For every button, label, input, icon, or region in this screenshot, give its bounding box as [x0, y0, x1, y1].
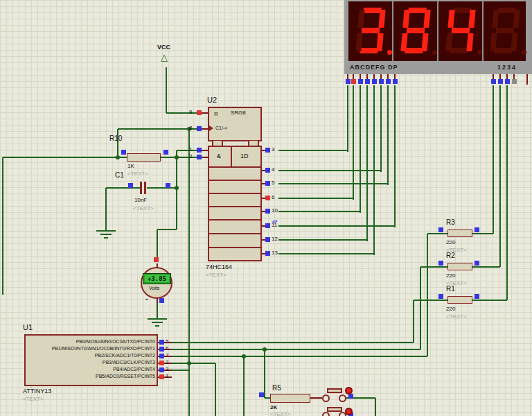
u2-control-box[interactable]: R SRG8 C1/-> — [208, 107, 262, 141]
capacitor-c1-plate[interactable] — [140, 182, 142, 194]
wire[interactable] — [106, 187, 141, 189]
u2-part-label[interactable]: 74HC164 — [206, 263, 232, 270]
wire[interactable] — [172, 363, 215, 364]
u2-and-gate-label: & — [217, 153, 221, 159]
wire[interactable] — [427, 233, 447, 234]
r10-ref-label[interactable]: R10 — [109, 135, 122, 142]
wire[interactable] — [157, 229, 177, 230]
wire[interactable] — [427, 234, 428, 356]
wire[interactable] — [278, 225, 395, 227]
vcc-label[interactable]: VCC — [157, 44, 170, 51]
wire[interactable] — [278, 150, 348, 151]
r5-ref-label[interactable]: R5 — [272, 384, 281, 392]
wire[interactable] — [157, 303, 158, 318]
push-button-actuator[interactable] — [327, 407, 342, 412]
wire[interactable] — [499, 85, 501, 267]
wire[interactable] — [278, 183, 388, 184]
push-button-terminal[interactable] — [322, 395, 330, 402]
ground-icon[interactable] — [148, 318, 167, 320]
wire[interactable] — [380, 85, 382, 172]
wire[interactable] — [264, 349, 265, 398]
wire[interactable] — [413, 300, 414, 343]
wire[interactable] — [394, 85, 396, 227]
r2-value-label[interactable]: 220 — [446, 272, 455, 279]
wire[interactable] — [172, 356, 427, 357]
wire[interactable] — [105, 188, 107, 230]
wire[interactable] — [360, 85, 361, 213]
wire[interactable] — [172, 342, 414, 343]
resistor-r2[interactable] — [447, 263, 472, 270]
u2-stage-stack[interactable]: & 1D — [208, 146, 262, 261]
resistor-r3[interactable] — [447, 229, 472, 237]
wire[interactable] — [278, 170, 381, 171]
wire[interactable] — [215, 363, 216, 416]
wire[interactable] — [353, 85, 354, 200]
u2-ref-label[interactable]: U2 — [207, 96, 217, 104]
r5-text-placeholder[interactable]: <TEXT> — [270, 411, 291, 416]
wire[interactable] — [472, 266, 500, 268]
wire[interactable] — [278, 253, 374, 254]
wire[interactable] — [387, 85, 389, 185]
wire[interactable] — [265, 397, 270, 399]
wire[interactable] — [506, 85, 508, 300]
u1-part-label[interactable]: ATTINY13 — [23, 388, 51, 395]
r5-value-label[interactable]: 2K — [270, 404, 277, 410]
c1-ref-label[interactable]: C1 — [115, 171, 124, 179]
wire[interactable] — [147, 187, 177, 189]
wire[interactable] — [472, 233, 493, 234]
r1-ref-label[interactable]: R1 — [446, 285, 455, 293]
wire[interactable] — [278, 239, 367, 241]
wire[interactable] — [493, 85, 494, 234]
wire[interactable] — [117, 129, 118, 158]
c1-text-placeholder[interactable]: <TEXT> — [133, 205, 154, 211]
voltmeter-unit-label: Volts — [149, 286, 159, 291]
wire[interactable] — [373, 85, 375, 255]
wire[interactable] — [176, 157, 177, 229]
r2-ref-label[interactable]: R2 — [446, 252, 455, 259]
r1-value-label[interactable]: 220 — [446, 306, 455, 312]
u2-pin-number: 5 — [272, 180, 274, 186]
u1-ref-label[interactable]: U1 — [23, 323, 33, 331]
r10-text-placeholder[interactable]: <TEXT> — [127, 171, 148, 177]
u1-text-placeholder[interactable]: <TEXT> — [23, 396, 44, 402]
wire[interactable] — [347, 85, 348, 152]
r3-value-label[interactable]: 220 — [446, 239, 455, 245]
wire[interactable] — [172, 370, 190, 371]
wire[interactable] — [172, 349, 420, 350]
push-button-terminal[interactable] — [339, 395, 346, 402]
pin-state-indicator — [159, 340, 164, 345]
capacitor-c1-plate[interactable] — [144, 182, 146, 194]
wire[interactable] — [188, 129, 190, 416]
wire[interactable] — [243, 356, 245, 416]
resistor-r1[interactable] — [447, 296, 472, 304]
ground-icon[interactable] — [96, 230, 116, 232]
wire[interactable] — [472, 300, 507, 301]
wire[interactable] — [278, 211, 360, 212]
wire[interactable] — [161, 157, 201, 158]
segment-a — [497, 8, 516, 13]
button-state-indicator-icon[interactable] — [345, 387, 353, 395]
r1-text-placeholder[interactable]: <TEXT> — [446, 313, 467, 320]
r3-ref-label[interactable]: R3 — [446, 218, 455, 226]
wire[interactable] — [414, 300, 447, 301]
c1-value-label[interactable]: 10nF — [134, 197, 147, 203]
u2-text-placeholder[interactable]: <TEXT> — [206, 272, 227, 278]
r10-value-label[interactable]: 1K — [127, 163, 134, 169]
wire[interactable] — [3, 157, 127, 158]
vcc-power-icon[interactable]: △ — [161, 53, 168, 62]
resistor-r5[interactable] — [270, 394, 310, 403]
wire[interactable] — [420, 266, 447, 268]
resistor-r10[interactable] — [127, 153, 161, 162]
seven-segment-display[interactable]: ABCDEFG DP 1234 — [344, 0, 532, 74]
wire[interactable] — [2, 157, 3, 295]
wire[interactable] — [375, 398, 376, 416]
wire[interactable] — [420, 267, 421, 349]
wire[interactable] — [366, 85, 368, 241]
push-button-terminal[interactable] — [322, 412, 330, 416]
wire[interactable] — [166, 67, 167, 113]
push-button-actuator[interactable] — [327, 388, 342, 393]
wire[interactable] — [278, 198, 353, 199]
button-state-indicator-icon[interactable] — [345, 408, 353, 415]
schematic-canvas[interactable]: VCC △ ABCDEFG DP 1234 U2 R SRG8 C1/-> & … — [0, 0, 532, 416]
wire[interactable] — [157, 229, 158, 258]
